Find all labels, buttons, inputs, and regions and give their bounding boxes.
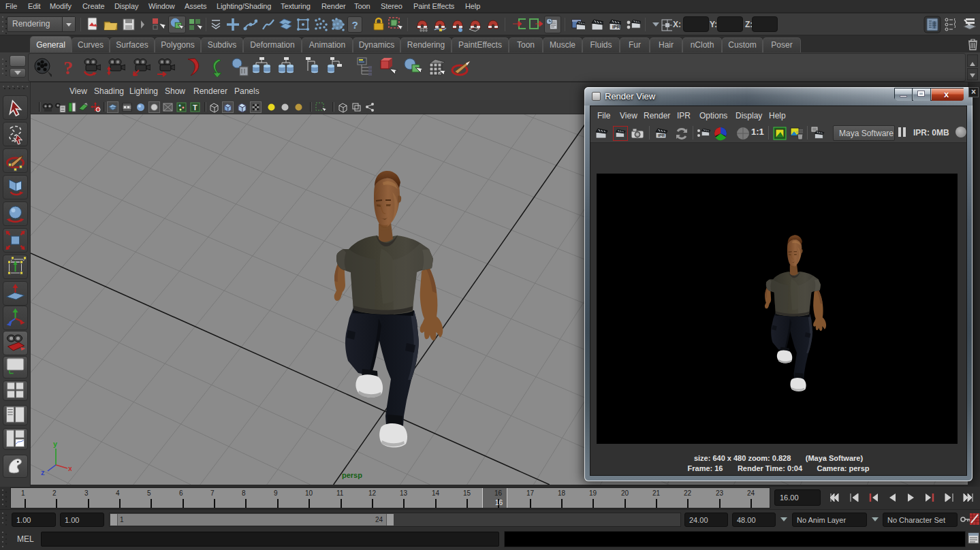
svg-text:z: z	[41, 468, 45, 476]
svg-text:IPR: IPR	[658, 133, 665, 138]
svg-text:x: x	[68, 464, 72, 472]
svg-text:IPR: IPR	[612, 25, 620, 29]
svg-text:?: ?	[351, 19, 358, 31]
svg-text:y: y	[53, 440, 58, 448]
svg-text:?: ?	[63, 57, 73, 77]
svg-text:T: T	[193, 103, 197, 112]
